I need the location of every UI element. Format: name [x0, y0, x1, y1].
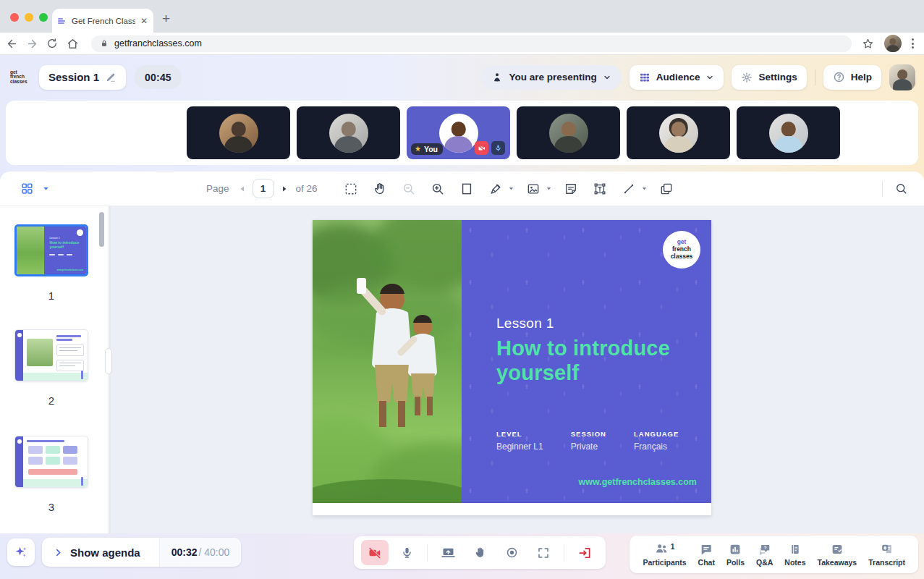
session-name-button[interactable]: Session 1 — [39, 65, 126, 90]
slide-thumbnail-1[interactable]: Lesson 1 How to introduce yourself www.g… — [14, 224, 88, 276]
current-slide[interactable]: getfrenchclasses Lesson 1 How to introdu… — [313, 220, 711, 503]
takeaways-panel-button[interactable]: Takeaways — [812, 543, 863, 567]
zoom-in-tool[interactable] — [423, 174, 452, 203]
thumbnail-number: 1 — [14, 290, 88, 302]
search-icon[interactable] — [894, 182, 908, 195]
close-tab-icon[interactable]: ✕ — [140, 17, 148, 25]
sidebar-scrollbar[interactable] — [99, 212, 104, 247]
help-icon — [833, 71, 845, 83]
page-total: of 26 — [296, 183, 318, 194]
screen-share-button[interactable] — [434, 540, 462, 565]
browser-titlebar: Get French Classes ✕ + — [0, 0, 924, 33]
text-box-tool[interactable] — [585, 174, 614, 203]
app-header: getfrenchclasses Session 1 00:45 You are… — [0, 55, 924, 99]
slide-title: How to introduce yourself — [496, 336, 692, 385]
home-icon[interactable] — [67, 38, 87, 50]
slide-thumbnail-3[interactable] — [14, 436, 88, 488]
forward-icon[interactable] — [26, 38, 46, 50]
participant-tile[interactable] — [187, 106, 290, 159]
browser-profile-avatar[interactable] — [884, 35, 902, 52]
ai-sparkle-button[interactable] — [7, 538, 35, 566]
participants-icon — [655, 543, 669, 554]
page-prev-icon[interactable] — [238, 185, 247, 193]
image-chevron-icon[interactable] — [543, 185, 555, 193]
new-tab-button[interactable]: + — [162, 12, 170, 25]
participant-avatar — [329, 114, 368, 153]
chat-panel-button[interactable]: Chat — [692, 543, 721, 567]
slide-logo: getfrenchclasses — [663, 231, 700, 269]
sticky-note-tool[interactable] — [556, 174, 585, 203]
thumbnail-number: 3 — [14, 501, 88, 513]
slide-thumbnail-2[interactable] — [14, 329, 88, 381]
header-divider — [815, 69, 815, 85]
mic-toggle-button[interactable] — [393, 540, 420, 565]
url-text: getfranchclasses.com — [114, 38, 202, 48]
browser-menu-icon[interactable] — [912, 38, 914, 48]
participant-tile[interactable] — [737, 106, 840, 159]
meeting-controls — [354, 536, 606, 569]
presenting-dropdown[interactable]: You are presenting — [481, 65, 621, 90]
lock-icon — [100, 39, 109, 48]
camera-toggle-button[interactable] — [361, 540, 389, 565]
grid-view-chevron-icon[interactable] — [41, 184, 51, 193]
close-window-button[interactable] — [10, 13, 19, 22]
edit-pencil-icon[interactable] — [105, 72, 116, 83]
raise-hand-button[interactable] — [466, 540, 493, 565]
record-button[interactable] — [498, 540, 525, 565]
participant-avatar — [769, 114, 808, 153]
grid-view-icon[interactable] — [20, 182, 34, 195]
qa-panel-button[interactable]: ? Q&A — [750, 543, 779, 567]
polls-icon — [729, 543, 742, 556]
help-button[interactable]: Help — [823, 65, 881, 90]
participants-panel-button[interactable]: 1 Participants — [637, 543, 692, 567]
takeaways-icon — [831, 543, 844, 556]
slide-lesson-label: Lesson 1 — [496, 316, 711, 331]
leave-session-button[interactable] — [571, 540, 598, 565]
back-icon[interactable] — [6, 38, 26, 50]
chevron-down-icon — [603, 73, 611, 82]
screen: Get French Classes ✕ + getfranchclasses.… — [0, 0, 924, 579]
participant-tile[interactable] — [517, 106, 620, 159]
polls-panel-button[interactable]: Polls — [721, 543, 750, 567]
browser-urlbar: getfranchclasses.com — [0, 33, 924, 55]
slide-thumbnails-sidebar: Lesson 1 How to introduce yourself www.g… — [0, 206, 109, 533]
show-agenda-button[interactable]: Show agenda 00:32 / 40:00 — [42, 538, 241, 567]
page-next-icon[interactable] — [280, 185, 289, 193]
highlighter-chevron-icon[interactable] — [506, 185, 517, 193]
settings-button[interactable]: Settings — [732, 65, 806, 90]
sidebar-resize-handle[interactable] — [105, 348, 112, 374]
thumb1-photo — [17, 227, 44, 274]
url-bar[interactable]: getfranchclasses.com — [91, 35, 852, 52]
tab-favicon-icon — [58, 17, 67, 25]
camera-off-badge-icon — [475, 141, 488, 155]
controls-divider — [427, 544, 428, 562]
browser-tab[interactable]: Get French Classes ✕ — [52, 9, 153, 33]
page-number-input[interactable]: 1 — [253, 179, 274, 198]
presenter-icon — [491, 72, 503, 83]
maximize-window-button[interactable] — [39, 13, 48, 22]
minimize-window-button[interactable] — [25, 13, 33, 22]
duplicate-page-tool[interactable] — [652, 174, 681, 203]
participant-tile[interactable] — [297, 106, 400, 159]
transcript-panel-button[interactable]: Transcript — [862, 543, 911, 567]
pan-hand-tool[interactable] — [365, 174, 394, 203]
participant-avatar — [659, 114, 698, 153]
slide-toolbar: Page 1 of 26 — [0, 172, 924, 206]
frame-tool[interactable] — [452, 174, 481, 203]
select-marquee-tool[interactable] — [336, 174, 365, 203]
session-title: Session 1 — [48, 71, 99, 83]
window-controls[interactable] — [10, 13, 48, 22]
zoom-out-tool[interactable] — [394, 174, 423, 203]
line-chevron-icon[interactable] — [639, 185, 650, 193]
participant-tile[interactable] — [627, 106, 730, 159]
notes-panel-button[interactable]: Notes — [779, 543, 811, 567]
participant-avatar — [439, 114, 478, 153]
mic-on-badge-icon — [491, 141, 505, 155]
audience-dropdown[interactable]: Audience — [630, 65, 724, 90]
controls-divider — [564, 544, 564, 562]
reload-icon[interactable] — [46, 38, 67, 49]
user-avatar[interactable] — [889, 64, 915, 90]
participant-tile-you[interactable]: ★ You — [407, 106, 510, 159]
bookmark-star-icon[interactable] — [862, 38, 874, 50]
fullscreen-button[interactable] — [530, 540, 557, 565]
